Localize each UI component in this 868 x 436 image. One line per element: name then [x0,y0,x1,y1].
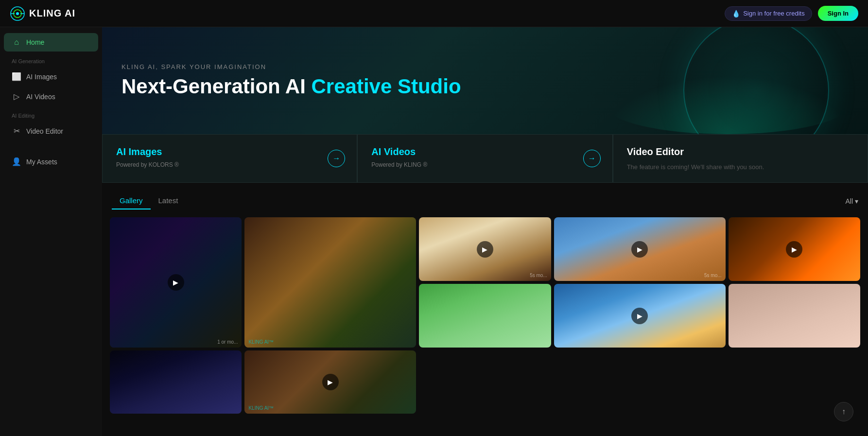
ai-videos-card-title: AI Videos [371,146,598,157]
gallery-item-pyramid[interactable]: ▶ 5s mo... [554,217,726,281]
hero-banner: KLING AI, SPARK YOUR IMAGINATION Next-Ge… [102,27,868,134]
gallery-item-moon[interactable] [110,350,242,414]
cat-watermark: KLING AI™ [248,339,274,345]
gallery-section: Gallery Latest All ▾ ▶ 1 or mo... [102,192,868,423]
video-editor-card-desc: The feature is coming! We'll share with … [627,163,854,171]
sidebar-item-home[interactable]: ⌂ Home [4,33,98,52]
fire-icon: 💧 [732,10,740,17]
gallery-item-cat[interactable]: KLING AI™ [244,217,416,348]
sidebar-ai-videos-label: AI Videos [26,93,55,101]
scroll-to-top-button[interactable]: ↑ [834,402,853,421]
play-button-temple[interactable]: ▶ [631,308,648,324]
gallery-item-pour[interactable]: ▶ 5s mo... [419,217,551,281]
nav-right: 💧 Sign in for free credits Sign In [725,6,858,21]
feature-cards-row: AI Images Powered by KOLORS ® → AI Video… [102,134,868,192]
gallery-item-dragon[interactable]: ▶ [729,217,860,281]
logo-icon [10,6,25,21]
scissors-icon: ✂ [12,126,21,136]
sidebar-ai-images-label: AI Images [26,73,57,81]
video-editor-card[interactable]: Video Editor The feature is coming! We'l… [613,134,868,183]
ai-videos-arrow[interactable]: → [583,150,601,167]
ai-images-card-subtitle: Powered by KOLORS ® [116,161,343,168]
ai-images-arrow[interactable]: → [328,150,345,167]
gallery-item-cats2[interactable]: ▶ KLING AI™ [244,350,416,414]
sign-in-free-credits[interactable]: 💧 Sign in for free credits [725,6,812,21]
hero-wave [606,76,849,134]
sidebar-item-ai-videos[interactable]: ▷ AI Videos [4,87,98,106]
logo[interactable]: KLING AI [10,6,75,21]
sign-in-free-label: Sign in for free credits [743,10,804,17]
tab-gallery[interactable]: Gallery [112,192,151,209]
video-editor-card-title: Video Editor [627,146,854,157]
play-button-pour[interactable]: ▶ [477,241,493,258]
person-icon: 👤 [12,157,21,166]
gallery-grid: ▶ 1 or mo... KLING AI™ ▶ 5s mo... [110,217,860,414]
pour-label: 5s mo... [530,273,547,278]
play-button-city[interactable]: ▶ [168,274,184,291]
city-label: 1 or mo... [217,339,238,345]
all-filter-label: All [845,197,853,205]
ai-generation-section: AI Generation [0,52,102,66]
play-button-pyramid[interactable]: ▶ [631,241,648,258]
sidebar: ⌂ Home AI Generation ⬜ AI Images ▷ AI Vi… [0,27,102,436]
gallery-header: Gallery Latest All ▾ [110,192,860,209]
sidebar-video-editor-label: Video Editor [26,127,63,135]
ai-videos-card[interactable]: AI Videos Powered by KLING ® → [357,134,612,183]
cats2-watermark: KLING AI™ [248,405,274,411]
chevron-down-icon: ▾ [855,197,858,205]
sidebar-item-ai-images[interactable]: ⬜ AI Images [4,67,98,86]
sidebar-my-assets-label: My Assets [26,158,57,166]
hero-title-part1: Next-Generation AI [122,75,306,98]
all-filter-button[interactable]: All ▾ [845,197,858,205]
gallery-tabs: Gallery Latest [112,192,186,209]
home-icon: ⌂ [12,38,21,47]
sign-in-button[interactable]: Sign In [818,6,858,21]
image-icon: ⬜ [12,72,21,81]
sidebar-item-my-assets[interactable]: 👤 My Assets [4,152,98,171]
video-icon: ▷ [12,92,21,101]
main-layout: ⌂ Home AI Generation ⬜ AI Images ▷ AI Vi… [0,27,868,436]
play-button-dragon[interactable]: ▶ [786,241,802,258]
hero-title-part2: Creative Studio [312,75,461,98]
main-content: KLING AI, SPARK YOUR IMAGINATION Next-Ge… [102,27,868,436]
top-navigation: KLING AI 💧 Sign in for free credits Sign… [0,0,868,27]
sidebar-item-video-editor[interactable]: ✂ Video Editor [4,122,98,140]
gallery-item-horse[interactable] [419,284,551,348]
logo-text: KLING AI [29,8,75,19]
svg-point-2 [16,12,19,15]
ai-images-card-title: AI Images [116,146,343,157]
gallery-item-temple[interactable]: ▶ [554,284,726,348]
play-button-cats2[interactable]: ▶ [322,374,339,390]
gallery-item-city[interactable]: ▶ 1 or mo... [110,217,242,348]
ai-videos-card-subtitle: Powered by KLING ® [371,161,598,168]
pyramid-label: 5s mo... [704,273,722,278]
sidebar-home-label: Home [26,38,44,46]
ai-images-card[interactable]: AI Images Powered by KOLORS ® → [102,134,357,183]
tab-latest[interactable]: Latest [151,192,186,209]
gallery-item-face[interactable] [729,284,860,348]
ai-editing-section: AI Editing [0,107,102,121]
